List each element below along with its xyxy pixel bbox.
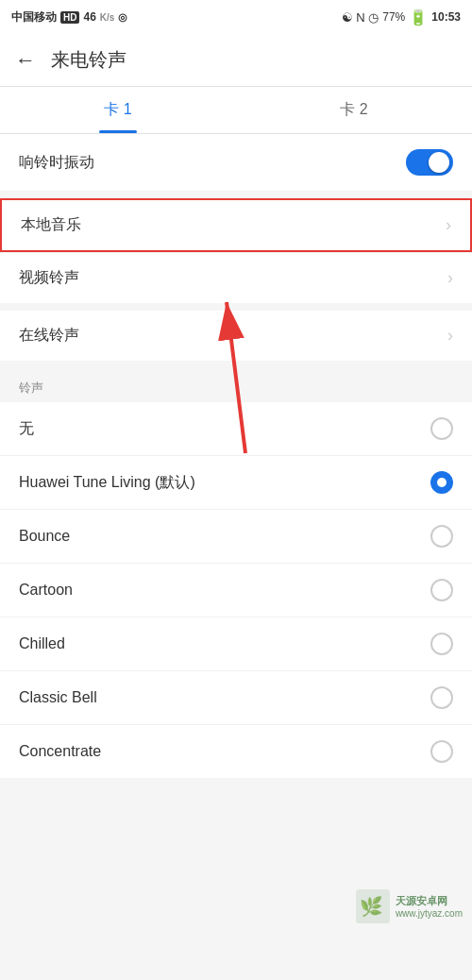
units-label: K/s (100, 12, 115, 23)
battery-icon: 🔋 (409, 8, 428, 26)
local-music-chevron: › (446, 215, 451, 235)
back-button[interactable]: ← (15, 48, 36, 73)
svg-text:🌿: 🌿 (359, 895, 382, 918)
ringtone-list: 无 Huawei Tune Living (默认) Bounce Cartoon… (0, 402, 472, 778)
battery-label: 77% (382, 10, 405, 24)
video-ringtone-chevron: › (447, 268, 453, 288)
online-ringtone-row[interactable]: 在线铃声 › (0, 311, 472, 361)
tab-card2[interactable]: 卡 2 (236, 87, 472, 133)
ringtone-bounce[interactable]: Bounce (0, 510, 472, 564)
ringtone-concentrate-label: Concentrate (19, 743, 101, 760)
ringtone-cartoon[interactable]: Cartoon (0, 564, 472, 617)
video-ringtone-row[interactable]: 视频铃声 › (0, 253, 472, 303)
carrier-label: 中国移动 (11, 9, 57, 25)
ringtone-huawei[interactable]: Huawei Tune Living (默认) (0, 456, 472, 510)
ringtone-cartoon-label: Cartoon (19, 582, 73, 599)
ringtone-cartoon-radio[interactable] (430, 579, 453, 601)
watermark: 🌿 天源安卓网 www.jytyaz.com (356, 889, 463, 923)
watermark-url: www.jytyaz.com (396, 908, 463, 919)
tab-bar: 卡 1 卡 2 (0, 87, 472, 134)
status-bar: 中国移动 HD 46 K/s ◎ ☯ N ◷ 77% 🔋 10:53 (0, 0, 472, 34)
page-title: 来电铃声 (51, 47, 126, 73)
ringtone-chilled[interactable]: Chilled (0, 617, 472, 671)
online-ringtone-label: 在线铃声 (19, 326, 79, 346)
ringtone-none-label: 无 (19, 419, 34, 439)
tab-card1[interactable]: 卡 1 (0, 87, 236, 133)
ringtone-huawei-radio[interactable] (430, 471, 453, 494)
ringtone-bounce-radio[interactable] (430, 525, 453, 548)
extra-status-icons: ☯ N ◷ (342, 10, 379, 25)
ringtone-classic-bell-radio[interactable] (430, 686, 453, 709)
vibration-row: 响铃时振动 (0, 134, 472, 191)
watermark-icon: 🌿 (356, 889, 390, 923)
hd-badge: HD (60, 11, 79, 24)
ringtone-none-radio[interactable] (430, 417, 453, 440)
watermark-name: 天源安卓网 (396, 894, 463, 908)
signal-label: 46 (83, 10, 95, 24)
local-music-row[interactable]: 本地音乐 › (2, 200, 470, 250)
ringtone-bounce-label: Bounce (19, 528, 70, 545)
content-area: 响铃时振动 本地音乐 › 视频铃声 › 在线铃声 › 铃声 无 (0, 134, 472, 778)
ringtone-chilled-label: Chilled (19, 635, 65, 652)
header: ← 来电铃声 (0, 34, 472, 87)
status-right: ☯ N ◷ 77% 🔋 10:53 (342, 8, 461, 26)
ringtone-classic-bell-label: Classic Bell (19, 689, 97, 706)
status-left: 中国移动 HD 46 K/s ◎ (11, 9, 127, 25)
ringtone-none[interactable]: 无 (0, 402, 472, 456)
ringtone-concentrate-radio[interactable] (430, 740, 453, 763)
ringtone-classic-bell[interactable]: Classic Bell (0, 671, 472, 725)
vibration-label: 响铃时振动 (19, 153, 94, 173)
video-ringtone-label: 视频铃声 (19, 268, 79, 288)
ringtone-chilled-radio[interactable] (430, 633, 453, 655)
vibration-toggle[interactable] (406, 149, 453, 176)
extra-icons: ◎ (118, 11, 127, 24)
video-ringtone-section: 视频铃声 › (0, 252, 472, 303)
online-ringtone-chevron: › (447, 326, 453, 346)
ringtone-section-label: 铃声 (0, 368, 472, 402)
vibration-section: 响铃时振动 (0, 134, 472, 191)
online-ringtone-section: 在线铃声 › (0, 311, 472, 361)
local-music-highlight-border: 本地音乐 › (0, 198, 472, 252)
ringtone-concentrate[interactable]: Concentrate (0, 725, 472, 778)
ringtone-huawei-label: Huawei Tune Living (默认) (19, 473, 195, 493)
time-label: 10:53 (431, 10, 461, 24)
local-music-label: 本地音乐 (21, 215, 81, 235)
